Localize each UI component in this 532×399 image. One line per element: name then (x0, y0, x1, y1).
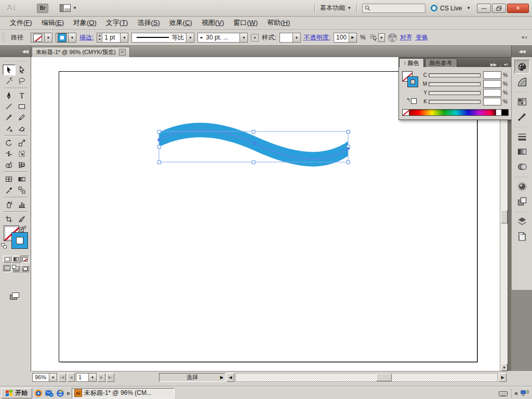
appearance-icon[interactable] (514, 179, 530, 193)
document-close-icon[interactable]: × (119, 49, 126, 56)
menu-w[interactable]: 窗口(W) (229, 17, 262, 29)
control-panel-menu-icon[interactable]: ▾≡ (522, 35, 528, 40)
color-button[interactable] (3, 256, 11, 263)
rectangle-tool[interactable] (16, 101, 29, 112)
dock-collapse-header[interactable]: ◀◀ (511, 46, 532, 57)
gradient-panel-icon[interactable] (514, 144, 530, 158)
selection-tool[interactable] (3, 64, 16, 75)
task-button-illustrator[interactable]: Ai 未标题-1* @ 96% (CM... (72, 388, 175, 398)
free-transform-tool[interactable] (16, 148, 29, 159)
quick-launch-overflow-icon[interactable]: » (66, 390, 70, 397)
artboard-tool[interactable] (3, 214, 16, 224)
pen-tool[interactable] (3, 90, 16, 101)
channel-slider[interactable] (429, 100, 481, 104)
paintbrush-tool[interactable] (3, 112, 16, 123)
scroll-left-button[interactable]: ◀ (227, 373, 234, 382)
width-tool[interactable] (3, 148, 16, 159)
scale-tool[interactable] (16, 137, 29, 148)
status-display[interactable]: 选择 ▶ (159, 373, 225, 382)
menu-c[interactable]: 效果(C) (165, 17, 197, 29)
gradient-tool[interactable] (16, 174, 29, 184)
draw-normal-button[interactable] (3, 265, 11, 272)
media-player-launcher[interactable] (34, 389, 43, 398)
menu-h[interactable]: 帮助(H) (262, 17, 295, 29)
swatches-icon[interactable] (514, 95, 530, 109)
menu-e[interactable]: 编辑(E) (37, 17, 69, 29)
type-tool[interactable]: T (16, 90, 29, 101)
stroke-weight-stepper[interactable]: ▲▼ (97, 33, 102, 43)
panel-grip[interactable] (2, 32, 6, 43)
panel-grip[interactable] (3, 59, 28, 62)
shape-builder-tool[interactable] (3, 159, 16, 170)
eyedropper-tool[interactable] (3, 184, 16, 195)
blend-tool[interactable] (16, 184, 29, 195)
workspace-switcher[interactable]: 基本功能 ▼ (309, 4, 362, 13)
previous-artboard-button[interactable]: ◀ (67, 373, 75, 382)
first-artboard-button[interactable]: |◀ (58, 373, 66, 382)
channel-slider[interactable] (429, 73, 481, 77)
stroke-panel-icon[interactable] (514, 129, 530, 143)
artboards-icon[interactable] (514, 229, 530, 243)
slice-tool[interactable] (16, 214, 29, 224)
scroll-down-button[interactable]: ▼ (501, 364, 508, 371)
scroll-right-button[interactable]: ▶ (499, 373, 507, 382)
column-graph-tool[interactable] (16, 199, 29, 210)
fill-color-dropdown[interactable]: ▼ (31, 33, 52, 43)
default-fill-stroke-icon[interactable] (1, 243, 7, 249)
draw-behind-button[interactable] (12, 265, 20, 272)
tray-collapse-icon[interactable]: « (514, 390, 518, 397)
start-button[interactable]: 开始 (1, 388, 32, 398)
graphic-styles-icon[interactable] (514, 194, 530, 208)
channel-slider[interactable] (429, 82, 481, 86)
spectrum-ramp[interactable] (409, 110, 496, 115)
tab-color[interactable]: ↕ 颜色 (399, 58, 424, 67)
layers-icon[interactable] (514, 214, 530, 228)
bridge-button[interactable]: Br (37, 4, 48, 13)
menu-f[interactable]: 文件(F) (5, 17, 37, 29)
symbol-sprayer-tool[interactable] (3, 199, 16, 210)
recolor-artwork-icon[interactable] (388, 33, 397, 42)
horizontal-scrollbar[interactable] (235, 373, 498, 382)
last-color-button[interactable]: ↰ (406, 97, 417, 104)
opacity-dropdown[interactable]: 100 ▶ (334, 33, 357, 43)
search-input[interactable] (362, 4, 425, 13)
stroke-color-dropdown[interactable]: ▼ (56, 33, 76, 43)
expand-panel-icon[interactable]: ▶▶ (490, 62, 497, 67)
channel-value-field[interactable] (483, 80, 501, 88)
internet-explorer-launcher[interactable] (56, 389, 65, 398)
network-status-icon[interactable] (521, 390, 529, 397)
mesh-tool[interactable] (3, 174, 16, 184)
perspective-grid-tool[interactable] (16, 159, 29, 170)
spectrum-black-swatch[interactable] (501, 110, 508, 115)
select-similar-button[interactable]: ▼ (369, 33, 385, 42)
next-artboard-button[interactable]: ▶ (98, 373, 105, 382)
line-segment-tool[interactable] (3, 101, 16, 112)
cs-live-menu[interactable]: CS Live ▼ (431, 5, 471, 12)
document-tab[interactable]: 未标题-1* @ 96% (CMYK/预览) × (32, 47, 130, 57)
minimize-button[interactable]: — (477, 4, 491, 13)
horizontal-scrollbar-thumb[interactable] (376, 374, 392, 381)
toolbar-collapse-header[interactable]: ◀◀ (0, 46, 31, 57)
input-method-keyboard-icon[interactable] (499, 390, 508, 396)
vertical-scrollbar-thumb[interactable] (501, 210, 508, 223)
style-dropdown[interactable]: ▼ (280, 33, 301, 43)
color-panel-icon[interactable] (514, 60, 530, 74)
screen-mode-button[interactable] (8, 290, 23, 300)
panel-menu-icon[interactable]: ▾≡ (504, 62, 509, 67)
spectrum-none-swatch[interactable] (403, 110, 409, 115)
stroke-weight-dropdown[interactable]: 1 pt ▼ (102, 33, 128, 43)
last-artboard-button[interactable]: ▶| (107, 373, 114, 382)
menu-t[interactable]: 文字(T) (101, 17, 133, 29)
eraser-tool[interactable] (16, 123, 29, 134)
outlook-express-launcher[interactable] (45, 389, 54, 398)
swap-fill-stroke-icon[interactable]: ⇄ (22, 224, 26, 230)
direct-selection-tool[interactable] (16, 64, 29, 75)
zoom-level-dropdown[interactable]: 96% ▼ (32, 373, 57, 382)
magic-wand-tool[interactable] (3, 75, 16, 86)
stroke-swatch[interactable] (12, 233, 28, 248)
restore-button[interactable] (492, 4, 506, 13)
lasso-tool[interactable] (16, 75, 29, 86)
reference-point-icon[interactable] (251, 34, 259, 42)
channel-slider[interactable] (429, 91, 481, 95)
draw-inside-button[interactable] (21, 265, 29, 272)
